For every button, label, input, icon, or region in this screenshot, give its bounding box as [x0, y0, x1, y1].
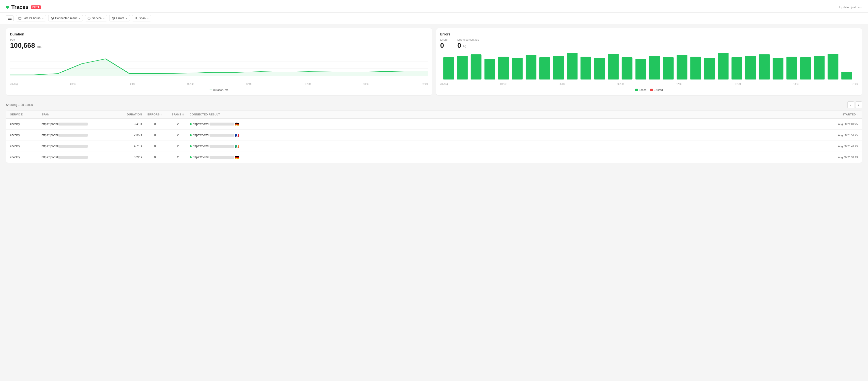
chevron-down-icon: ▾	[42, 17, 43, 20]
page-header: Traces BETA Updated just now	[0, 0, 868, 12]
service-icon	[88, 17, 91, 20]
svg-rect-29	[594, 58, 605, 80]
x-label-2: 06:00	[129, 83, 135, 85]
svg-point-7	[51, 17, 54, 20]
service-label: Service	[92, 17, 101, 20]
ex-label-3: 09:00	[617, 83, 623, 85]
errors-button[interactable]: Errors ▾	[109, 15, 130, 22]
ex-label-4: 12:00	[676, 83, 682, 85]
svg-rect-47	[841, 72, 852, 80]
pagination: ‹ ›	[847, 101, 862, 108]
cell-started-1: Aug 30 20:51:25	[818, 134, 858, 137]
errors-legend: Spans Errored	[440, 88, 858, 91]
col-span-label: SPAN	[41, 113, 50, 116]
cell-span-1: https://portal	[41, 134, 115, 137]
chevron-down-icon-2: ▾	[79, 17, 80, 20]
errors-chart-area: 30 Aug 03:00 06:00 09:00 12:00 15:00 18:…	[440, 52, 858, 86]
ex-label-7: 21:00	[852, 83, 858, 85]
errors-sort-icon: ⇅	[160, 113, 162, 116]
svg-rect-19	[457, 56, 468, 80]
x-label-3: 09:00	[187, 83, 193, 85]
x-label-5: 15:00	[305, 83, 311, 85]
updated-status: Updated just now	[839, 5, 862, 9]
errors-metrics: Errors 0 Errors percentage 0 %	[440, 38, 858, 50]
col-duration: DURATION	[117, 113, 142, 116]
prev-page-button[interactable]: ‹	[847, 101, 854, 108]
cell-started-3: Aug 30 20:31:25	[818, 156, 858, 159]
svg-rect-22	[498, 57, 509, 80]
status-dot-2	[190, 145, 192, 147]
errors-pct-value: 0	[457, 41, 461, 50]
table-row[interactable]: checkly https://portal 3.41 s 0 2 https:…	[6, 119, 862, 130]
errors-chart-card: Errors Errors 0 Errors percentage 0 %	[436, 28, 862, 95]
svg-rect-36	[690, 57, 701, 80]
cell-spans-2: 2	[168, 144, 188, 148]
menu-button[interactable]	[6, 15, 14, 21]
ex-label-1: 03:00	[500, 83, 506, 85]
span-blurred-1	[58, 134, 88, 137]
svg-rect-33	[649, 56, 660, 80]
table-row[interactable]: checkly https://portal 4.71 s 0 2 https:…	[6, 141, 862, 152]
time-range-label: Last 24 hours	[23, 17, 40, 20]
svg-point-8	[88, 17, 90, 20]
table-section: Showing 1-25 traces ‹ › SERVICE SPAN DUR…	[0, 99, 868, 167]
spans-legend-color	[635, 89, 638, 91]
flag-2: 🇮🇪	[235, 144, 239, 148]
updated-text: Updated just now	[839, 6, 862, 9]
flag-3: 🇩🇪	[235, 155, 239, 159]
connected-blurred-3	[210, 156, 234, 159]
table-row[interactable]: checkly https://portal 2.35 s 0 2 https:…	[6, 130, 862, 141]
span-label: Span	[139, 17, 146, 20]
duration-chart-area: 30 Aug 03:00 06:00 09:00 12:00 15:00 18:…	[10, 52, 428, 86]
flag-0: 🇩🇪	[235, 122, 239, 126]
status-dot-3	[190, 156, 192, 158]
errored-legend-color	[650, 89, 653, 91]
cell-duration-0: 3.41 s	[117, 122, 142, 126]
svg-rect-46	[828, 54, 838, 80]
svg-line-13	[136, 19, 137, 20]
table-row[interactable]: checkly https://portal 3.22 s 0 2 https:…	[6, 152, 862, 163]
errors-pct-label: Errors percentage	[457, 38, 479, 41]
col-started: STARTED ↓	[818, 113, 858, 116]
errors-icon	[112, 17, 115, 20]
p99-label: P99	[10, 38, 428, 41]
table-head: SERVICE SPAN DURATION ERRORS ⇅ SPANS ⇅ C…	[6, 111, 862, 119]
duration-x-axis: 30 Aug 03:00 06:00 09:00 12:00 15:00 18:…	[10, 82, 428, 86]
cell-service-1: checkly	[10, 134, 40, 137]
menu-icon	[8, 17, 11, 20]
spans-sort-icon: ⇅	[182, 113, 184, 116]
x-label-4: 12:00	[246, 83, 252, 85]
svg-rect-25	[539, 57, 550, 80]
col-spans: SPANS ⇅	[168, 113, 188, 116]
x-label-1: 03:00	[70, 83, 76, 85]
traces-table: SERVICE SPAN DURATION ERRORS ⇅ SPANS ⇅ C…	[6, 110, 862, 163]
svg-rect-27	[567, 53, 578, 80]
service-button[interactable]: Service ▾	[85, 15, 107, 22]
cell-span-0: https://portal	[41, 122, 115, 126]
col-started-label: STARTED	[842, 113, 856, 116]
cell-connected-1: https://portal 🇫🇷	[190, 133, 816, 137]
col-connected-result: CONNECTED RESULT	[190, 113, 816, 116]
cell-errors-0: 0	[144, 122, 166, 126]
span-button[interactable]: Span ▾	[132, 15, 151, 22]
col-service-label: SERVICE	[10, 113, 23, 116]
cell-duration-3: 3.22 s	[117, 155, 142, 159]
duration-legend-color	[210, 90, 212, 90]
svg-rect-18	[443, 57, 454, 80]
status-dot-0	[190, 123, 192, 125]
connected-result-button[interactable]: Connected result ▾	[48, 15, 83, 22]
svg-rect-39	[732, 57, 742, 80]
connected-blurred-0	[210, 123, 234, 125]
cell-span-3: https://portal	[41, 155, 115, 159]
errors-pct-unit: %	[463, 45, 466, 49]
svg-rect-34	[663, 57, 674, 80]
errors-count-label: Errors	[440, 38, 448, 41]
next-page-button[interactable]: ›	[855, 101, 862, 108]
chevron-down-icon-5: ▾	[147, 17, 149, 20]
spans-legend-item: Spans	[635, 88, 646, 91]
svg-rect-38	[718, 53, 728, 80]
cell-errors-3: 0	[144, 155, 166, 159]
connected-blurred-1	[210, 134, 234, 137]
svg-rect-28	[581, 57, 591, 80]
time-range-button[interactable]: Last 24 hours ▾	[16, 15, 46, 22]
